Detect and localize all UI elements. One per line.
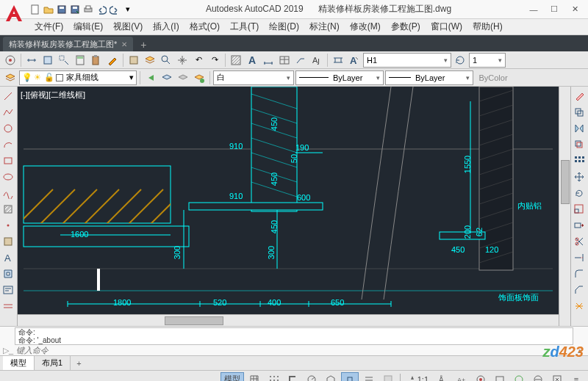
mline-icon[interactable]	[0, 298, 16, 314]
arc-icon[interactable]	[0, 137, 16, 153]
menu-view[interactable]: 视图(V)	[108, 21, 148, 33]
matchprop-icon[interactable]	[105, 53, 120, 68]
annoscale-button[interactable]: 1:1	[404, 372, 432, 382]
insert-icon[interactable]	[0, 233, 16, 250]
move-icon[interactable]	[571, 169, 587, 185]
new-icon[interactable]	[29, 4, 41, 15]
layer-match-icon[interactable]	[192, 70, 207, 85]
offset-icon[interactable]	[571, 137, 587, 153]
scrollbar-horizontal[interactable]	[18, 314, 559, 326]
mtext-icon[interactable]	[0, 282, 16, 298]
plot-icon[interactable]	[82, 4, 94, 15]
menu-file[interactable]: 文件(F)	[29, 21, 68, 33]
layer-isolate-icon[interactable]	[159, 70, 174, 85]
trim-icon[interactable]	[571, 233, 587, 250]
layer-manager-icon[interactable]	[3, 70, 18, 85]
modelspace-button[interactable]: 模型	[220, 372, 244, 382]
copy-icon[interactable]	[571, 104, 587, 120]
distance-icon[interactable]	[24, 53, 39, 68]
close-tab-icon[interactable]: ✕	[121, 40, 127, 48]
calculator-icon[interactable]	[73, 53, 87, 68]
dim-linear-icon[interactable]	[331, 53, 345, 68]
layout-tab[interactable]: 布局1	[35, 356, 71, 370]
polar-toggle[interactable]	[303, 372, 320, 382]
scale-icon[interactable]	[571, 201, 587, 217]
qselect-icon[interactable]	[57, 53, 71, 68]
osnap-toggle[interactable]	[341, 372, 359, 382]
hatch-tool-icon[interactable]	[229, 53, 243, 68]
menu-parametric[interactable]: 参数(P)	[386, 21, 426, 33]
chamfer-icon[interactable]	[571, 282, 587, 298]
open-icon[interactable]	[43, 4, 54, 15]
document-tab[interactable]: 精装修样板房装修工程施工图* ✕	[3, 37, 133, 51]
leader-icon[interactable]	[293, 53, 308, 68]
fillet-icon[interactable]	[571, 266, 587, 282]
circle-icon[interactable]	[0, 120, 16, 137]
layer-off-icon[interactable]	[176, 70, 190, 85]
minimize-button[interactable]: —	[523, 1, 544, 18]
stretch-icon[interactable]	[571, 217, 587, 233]
command-input[interactable]	[16, 346, 572, 355]
hardware-accel-icon[interactable]	[510, 372, 528, 382]
transparency-toggle[interactable]	[379, 372, 397, 382]
bycolor-button[interactable]: ByColor	[475, 70, 512, 85]
grid-toggle[interactable]	[245, 372, 263, 382]
add-layout-button[interactable]: +	[71, 358, 87, 369]
drawing-canvas[interactable]: [-][俯视][二维线框]	[18, 87, 570, 326]
redo-icon[interactable]	[109, 4, 121, 15]
paste-icon[interactable]	[89, 53, 104, 68]
app-menu-button[interactable]	[3, 2, 25, 24]
dim-tool-icon[interactable]	[261, 53, 276, 68]
dimstyle-combo[interactable]: H1▾	[363, 53, 451, 68]
text-style-icon[interactable]: Aȷ	[309, 53, 324, 68]
snap-toggle[interactable]	[265, 372, 282, 382]
color-combo[interactable]: 白▾	[213, 70, 294, 85]
undo-icon[interactable]	[96, 4, 107, 15]
tool-redo-icon[interactable]: ↷	[207, 53, 222, 68]
customize-icon[interactable]: ≡	[567, 372, 585, 382]
menu-format[interactable]: 格式(O)	[184, 21, 225, 33]
dimstyle-icon[interactable]: A	[347, 53, 362, 68]
mirror-icon[interactable]	[571, 120, 587, 137]
ellipse-icon[interactable]	[0, 169, 16, 185]
pan-icon[interactable]	[175, 53, 190, 68]
dim-update-icon[interactable]	[453, 53, 467, 68]
annoauto-toggle[interactable]: A+	[453, 372, 470, 382]
workspace-icon[interactable]	[3, 53, 18, 68]
zoom-icon[interactable]	[159, 53, 173, 68]
menu-edit[interactable]: 编辑(E)	[68, 21, 108, 33]
menu-help[interactable]: 帮助(H)	[467, 21, 508, 33]
point-icon[interactable]	[0, 217, 16, 233]
tool-undo-icon[interactable]: ↶	[191, 53, 206, 68]
area-icon[interactable]	[40, 53, 55, 68]
isolate-icon[interactable]	[529, 372, 547, 382]
erase-icon[interactable]	[571, 88, 587, 104]
pline-icon[interactable]	[0, 104, 16, 120]
rotate-icon[interactable]	[571, 185, 587, 201]
layer-combo[interactable]: 💡 ☀ 🔓 家具细线 ▾	[19, 70, 137, 85]
cleanscreen-icon[interactable]	[548, 372, 566, 382]
maximize-button[interactable]: ☐	[544, 1, 564, 18]
annovis-toggle[interactable]: Å	[434, 372, 451, 382]
menu-insert[interactable]: 插入(I)	[148, 21, 184, 33]
command-history[interactable]: 命令: 命令: '_about	[15, 327, 573, 345]
line-icon[interactable]	[0, 88, 16, 104]
qat-dropdown-icon[interactable]: ▾	[122, 4, 134, 15]
linetype-combo[interactable]: ByLayer▾	[295, 70, 384, 85]
text-tool-icon[interactable]: A	[245, 53, 259, 68]
saveas-icon[interactable]	[69, 4, 81, 15]
annoscale-combo[interactable]: 1▾	[469, 53, 506, 68]
block-icon[interactable]	[126, 53, 141, 68]
table-tool-icon[interactable]	[277, 53, 292, 68]
save-icon[interactable]	[56, 4, 68, 15]
model-tab[interactable]: 模型	[3, 356, 35, 370]
layers-icon[interactable]	[143, 53, 157, 68]
menu-draw[interactable]: 绘图(D)	[264, 21, 304, 33]
explode-icon[interactable]	[571, 298, 587, 314]
spline-icon[interactable]	[0, 185, 16, 201]
region-icon[interactable]	[0, 266, 16, 282]
menu-dimension[interactable]: 标注(N)	[304, 21, 345, 33]
extend-icon[interactable]	[571, 250, 587, 266]
isodraft-toggle[interactable]	[322, 372, 340, 382]
viewport-label[interactable]: [-][俯视][二维线框]	[21, 90, 85, 101]
